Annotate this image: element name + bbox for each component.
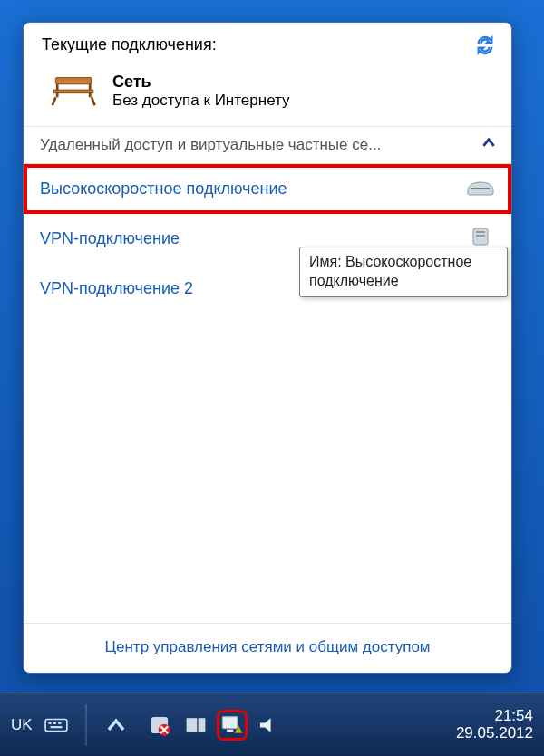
network-flyout: Текущие подключения: Сеть Без доступа к …: [23, 22, 512, 674]
chevron-up-tray-icon[interactable]: [103, 712, 129, 738]
connection-highspeed[interactable]: Высокоскоростное подключение: [24, 164, 511, 214]
tooltip: Имя: Высокоскоростное подключение: [299, 247, 508, 297]
svg-rect-5: [476, 235, 485, 237]
current-network: Сеть Без доступа к Интернету: [24, 69, 511, 126]
network-status: Без доступа к Интернету: [112, 92, 290, 110]
svg-rect-1: [54, 90, 93, 93]
taskbar: UK 21:54 29.05.2012: [0, 693, 544, 756]
svg-rect-2: [471, 188, 490, 189]
modem-icon: [466, 177, 495, 201]
refresh-icon[interactable]: [475, 35, 495, 60]
connection-label: VPN-подключение: [40, 229, 180, 248]
connection-list: Высокоскоростное подключение VPN-подключ…: [24, 164, 511, 623]
keyboard-icon[interactable]: [44, 712, 69, 738]
svg-rect-19: [227, 729, 233, 731]
tray-icon-1[interactable]: [147, 712, 172, 738]
connection-label: VPN-подключение 2: [40, 279, 193, 298]
flyout-header: Текущие подключения:: [24, 23, 511, 69]
section-label: Удаленный доступ и виртуальные частные с…: [40, 136, 381, 154]
svg-rect-11: [53, 722, 55, 723]
bench-icon: [51, 73, 100, 113]
network-center-link[interactable]: Центр управления сетями и общим доступом: [24, 623, 511, 673]
tray-icon-2[interactable]: [183, 712, 209, 738]
svg-rect-9: [45, 719, 67, 731]
system-tray: [147, 712, 281, 738]
svg-rect-18: [222, 716, 238, 728]
svg-rect-4: [476, 231, 485, 233]
taskbar-separator: [85, 704, 87, 746]
taskbar-left: UK: [0, 704, 281, 746]
svg-rect-0: [55, 78, 92, 84]
volume-tray-icon[interactable]: [256, 712, 281, 738]
chevron-up-icon: [482, 136, 495, 154]
svg-rect-20: [238, 727, 239, 730]
language-indicator[interactable]: UK: [11, 716, 33, 734]
connection-label: Высокоскоростное подключение: [40, 179, 287, 199]
taskbar-clock[interactable]: 21:54 29.05.2012: [456, 708, 544, 741]
svg-rect-21: [238, 731, 239, 732]
svg-rect-16: [186, 718, 197, 732]
svg-rect-17: [198, 718, 205, 732]
svg-rect-13: [50, 726, 62, 728]
network-info: Сеть Без доступа к Интернету: [112, 73, 290, 110]
svg-rect-12: [58, 722, 61, 723]
section-remote-access[interactable]: Удаленный доступ и виртуальные частные с…: [24, 126, 511, 164]
clock-date: 29.05.2012: [456, 725, 533, 742]
network-tray-icon[interactable]: [219, 712, 245, 738]
clock-time: 21:54: [456, 708, 533, 725]
network-name: Сеть: [112, 73, 290, 92]
svg-rect-10: [48, 722, 51, 723]
flyout-title: Текущие подключения:: [42, 35, 217, 54]
